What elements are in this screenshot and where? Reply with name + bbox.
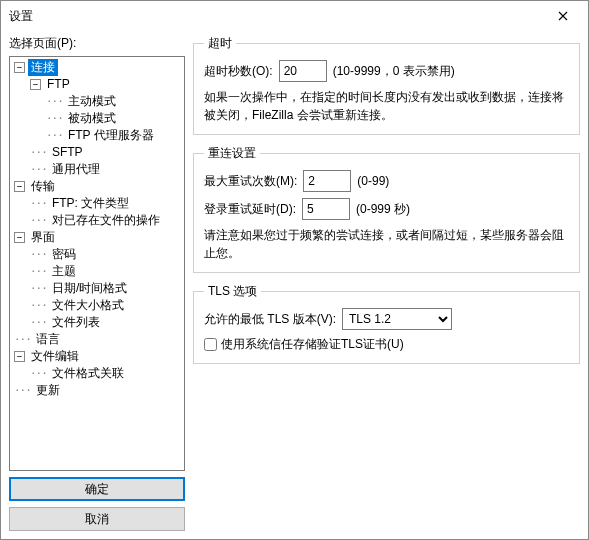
tree-item-connection[interactable]: −连接 (10, 59, 184, 76)
timeout-seconds-hint: (10-9999，0 表示禁用) (333, 63, 455, 80)
tree-item-fileedit[interactable]: −文件编辑 (10, 348, 184, 365)
cancel-button[interactable]: 取消 (9, 507, 185, 531)
retry-delay-input[interactable] (302, 198, 350, 220)
timeout-seconds-input[interactable] (279, 60, 327, 82)
close-button[interactable] (540, 2, 586, 30)
tree-item-ftp[interactable]: −FTP (10, 76, 184, 93)
max-retries-input[interactable] (303, 170, 351, 192)
tls-system-trust-label: 使用系统信任存储验证TLS证书(U) (221, 336, 404, 353)
collapse-icon[interactable]: − (14, 232, 25, 243)
tree-item-theme[interactable]: ···主题 (10, 263, 184, 280)
timeout-group: 超时 超时秒数(O): (10-9999，0 表示禁用) 如果一次操作中，在指定… (193, 35, 580, 135)
ok-button[interactable]: 确定 (9, 477, 185, 501)
tls-system-trust-checkbox[interactable] (204, 338, 217, 351)
tree-item-existing-files[interactable]: ···对已存在文件的操作 (10, 212, 184, 229)
timeout-seconds-label: 超时秒数(O): (204, 63, 273, 80)
tree-item-transfer[interactable]: −传输 (10, 178, 184, 195)
tls-min-version-select[interactable]: TLS 1.2 (342, 308, 452, 330)
window-title: 设置 (9, 8, 33, 25)
tree-item-datetime[interactable]: ···日期/时间格式 (10, 280, 184, 297)
tree-item-active-mode[interactable]: ···主动模式 (10, 93, 184, 110)
tree-item-ftp-proxy[interactable]: ···FTP 代理服务器 (10, 127, 184, 144)
tls-min-version-label: 允许的最低 TLS 版本(V): (204, 311, 336, 328)
collapse-icon[interactable]: − (14, 181, 25, 192)
retry-delay-hint: (0-999 秒) (356, 201, 410, 218)
select-page-label: 选择页面(P): (9, 35, 185, 52)
page-tree[interactable]: −连接 −FTP ···主动模式 ···被动模式 ···FTP 代理服务器 ··… (9, 56, 185, 471)
reconnect-legend: 重连设置 (204, 145, 260, 162)
tree-item-update[interactable]: ···更新 (10, 382, 184, 399)
tree-item-interface[interactable]: −界面 (10, 229, 184, 246)
tree-item-language[interactable]: ···语言 (10, 331, 184, 348)
timeout-desc: 如果一次操作中，在指定的时间长度内没有发出或收到数据，连接将被关闭，FileZi… (204, 88, 569, 124)
collapse-icon[interactable]: − (14, 62, 25, 73)
collapse-icon[interactable]: − (14, 351, 25, 362)
tree-item-sftp[interactable]: ···SFTP (10, 144, 184, 161)
tree-item-filesize[interactable]: ···文件大小格式 (10, 297, 184, 314)
collapse-icon[interactable]: − (30, 79, 41, 90)
max-retries-label: 最大重试次数(M): (204, 173, 297, 190)
tree-item-password[interactable]: ···密码 (10, 246, 184, 263)
tls-group: TLS 选项 允许的最低 TLS 版本(V): TLS 1.2 使用系统信任存储… (193, 283, 580, 364)
tree-item-generic-proxy[interactable]: ···通用代理 (10, 161, 184, 178)
tree-item-fileassoc[interactable]: ···文件格式关联 (10, 365, 184, 382)
close-icon (558, 11, 568, 21)
tree-item-filelist[interactable]: ···文件列表 (10, 314, 184, 331)
reconnect-desc: 请注意如果您过于频繁的尝试连接，或者间隔过短，某些服务器会阻止您。 (204, 226, 569, 262)
timeout-legend: 超时 (204, 35, 236, 52)
max-retries-hint: (0-99) (357, 174, 389, 188)
reconnect-group: 重连设置 最大重试次数(M): (0-99) 登录重试延时(D): (0-999… (193, 145, 580, 273)
tls-legend: TLS 选项 (204, 283, 261, 300)
retry-delay-label: 登录重试延时(D): (204, 201, 296, 218)
tree-item-passive-mode[interactable]: ···被动模式 (10, 110, 184, 127)
tree-item-ftp-filetypes[interactable]: ···FTP: 文件类型 (10, 195, 184, 212)
